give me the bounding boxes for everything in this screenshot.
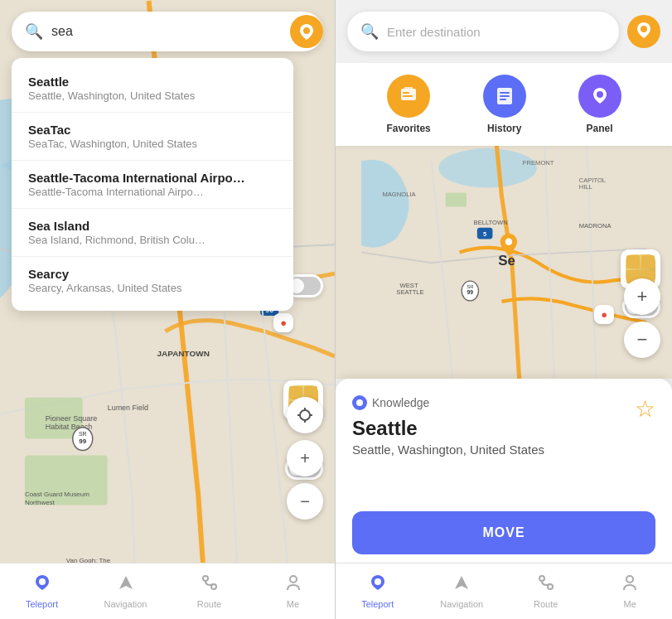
svg-text:Coast Guard Museum: Coast Guard Museum bbox=[25, 491, 89, 498]
quick-action-panel[interactable]: Panel bbox=[578, 75, 621, 134]
svg-point-49 bbox=[641, 26, 647, 32]
suggestion-detail-0: Seattle, Washington, United States bbox=[28, 89, 277, 102]
history-icon bbox=[494, 85, 515, 107]
svg-rect-51 bbox=[403, 92, 409, 94]
quick-action-favorites[interactable]: Favorites bbox=[386, 75, 430, 134]
history-label: History bbox=[487, 123, 521, 134]
nav-teleport-left[interactable]: Teleport bbox=[0, 567, 84, 616]
knowledge-subtitle: Seattle, Washington, United States bbox=[352, 442, 655, 457]
nav-me-right[interactable]: Me bbox=[588, 567, 673, 616]
svg-text:HILL: HILL bbox=[579, 183, 592, 191]
svg-text:99: 99 bbox=[79, 438, 86, 445]
nav-route-right[interactable]: Route bbox=[504, 567, 588, 616]
svg-rect-52 bbox=[403, 95, 413, 97]
logo-icon-right bbox=[635, 21, 653, 43]
move-label: MOVE bbox=[482, 525, 525, 540]
quick-action-history[interactable]: History bbox=[483, 75, 526, 134]
navigation-icon-right bbox=[452, 573, 471, 597]
svg-point-22 bbox=[300, 410, 310, 420]
left-panel: 5 90 Pioneer Square Habitat Beach JAPANT… bbox=[0, 0, 336, 619]
zoom-out-button-left[interactable]: − bbox=[287, 483, 323, 520]
suggestion-detail-2: Seattle-Tacoma International Airpo… bbox=[28, 186, 277, 198]
quick-actions: Favorites History Panel bbox=[336, 63, 672, 146]
svg-text:99: 99 bbox=[467, 289, 474, 295]
route-icon-left bbox=[201, 573, 219, 597]
suggestion-airport[interactable]: Seattle-Tacoma International Airpo… Seat… bbox=[12, 161, 293, 209]
nav-me-label-right: Me bbox=[624, 599, 636, 609]
svg-text:Northwest: Northwest bbox=[25, 499, 56, 506]
suggestion-name-1: SeaTac bbox=[28, 123, 277, 137]
svg-text:JAPANTOWN: JAPANTOWN bbox=[157, 349, 210, 358]
speed-badge-left: ● bbox=[273, 313, 293, 332]
logo-icon-left bbox=[297, 22, 316, 41]
map-controls-right: + − bbox=[624, 278, 660, 358]
search-input-left[interactable]: sea bbox=[51, 24, 288, 39]
teleport-icon-right bbox=[369, 573, 387, 597]
speed-badge-right: ● bbox=[594, 305, 614, 324]
search-icon-right: 🔍 bbox=[360, 22, 379, 41]
knowledge-title: Seattle bbox=[352, 417, 655, 441]
suggestion-name-4: Searcy bbox=[28, 267, 277, 281]
svg-point-58 bbox=[375, 578, 381, 585]
route-icon-right bbox=[537, 573, 555, 597]
svg-text:Lumen Field: Lumen Field bbox=[108, 404, 148, 412]
logo-button-right[interactable] bbox=[627, 15, 660, 48]
nav-teleport-right[interactable]: Teleport bbox=[336, 567, 420, 616]
nav-route-label-left: Route bbox=[197, 599, 221, 609]
knowledge-tag: Knowledge bbox=[352, 395, 655, 410]
knowledge-dot-inner bbox=[356, 399, 363, 406]
knowledge-tag-label: Knowledge bbox=[372, 396, 429, 409]
right-panel: 5 MAGNOLIA FREMONT CAPITOL HILL BELLTOWN… bbox=[336, 0, 672, 619]
svg-point-27 bbox=[39, 578, 46, 585]
svg-text:MADRONA: MADRONA bbox=[579, 222, 612, 230]
svg-point-32 bbox=[438, 148, 537, 187]
zoom-in-icon-left: + bbox=[300, 449, 310, 468]
svg-text:Pioneer Square: Pioneer Square bbox=[46, 414, 97, 423]
nav-navigation-left[interactable]: Navigation bbox=[84, 567, 167, 616]
svg-rect-50 bbox=[401, 89, 416, 100]
suggestions-dropdown: Seattle Seattle, Washington, United Stat… bbox=[12, 58, 293, 311]
svg-point-28 bbox=[203, 576, 208, 581]
svg-text:MAGNOLIA: MAGNOLIA bbox=[382, 191, 416, 198]
zoom-in-button-left[interactable]: + bbox=[287, 440, 323, 476]
svg-text:SEATTLE: SEATTLE bbox=[396, 288, 423, 296]
nav-route-left[interactable]: Route bbox=[167, 567, 251, 616]
svg-rect-55 bbox=[500, 95, 510, 97]
move-button[interactable]: MOVE bbox=[352, 511, 655, 554]
favorites-icon bbox=[398, 85, 419, 107]
svg-point-21 bbox=[303, 27, 310, 34]
bottom-nav-right: Teleport Navigation Route Me bbox=[336, 563, 672, 619]
suggestion-name-0: Seattle bbox=[28, 75, 277, 89]
me-icon-left bbox=[284, 573, 302, 597]
nav-navigation-right[interactable]: Navigation bbox=[420, 567, 505, 616]
suggestion-sea-island[interactable]: Sea Island Sea Island, Richmond, British… bbox=[12, 209, 293, 257]
star-button[interactable]: ☆ bbox=[635, 395, 655, 423]
suggestion-detail-3: Sea Island, Richmond, British Colu… bbox=[28, 234, 277, 246]
svg-rect-56 bbox=[500, 99, 506, 100]
suggestion-detail-1: SeaTac, Washington, United States bbox=[28, 138, 277, 150]
svg-text:FREMONT: FREMONT bbox=[523, 159, 554, 167]
svg-point-45 bbox=[505, 239, 512, 245]
nav-teleport-label-left: Teleport bbox=[26, 599, 58, 609]
search-bar-left[interactable]: 🔍 sea ✕ bbox=[12, 12, 323, 51]
teleport-icon-left bbox=[33, 573, 51, 597]
zoom-in-button-right[interactable]: + bbox=[624, 278, 660, 315]
knowledge-dot bbox=[352, 395, 367, 410]
nav-me-left[interactable]: Me bbox=[251, 567, 335, 616]
locate-button-left[interactable] bbox=[287, 397, 323, 433]
suggestion-seattle[interactable]: Seattle Seattle, Washington, United Stat… bbox=[12, 65, 293, 113]
panel-icon bbox=[589, 85, 611, 107]
search-bar-right[interactable]: 🔍 Enter destination bbox=[347, 12, 619, 51]
svg-point-57 bbox=[597, 91, 603, 98]
panel-icon-circle bbox=[578, 75, 621, 118]
suggestion-name-3: Sea Island bbox=[28, 219, 277, 233]
suggestion-searcy[interactable]: Searcy Searcy, Arkansas, United States bbox=[12, 257, 293, 304]
favorites-label: Favorites bbox=[386, 123, 430, 134]
zoom-out-button-right[interactable]: − bbox=[624, 322, 660, 358]
nav-navigation-label-right: Navigation bbox=[440, 599, 483, 609]
suggestion-seatac[interactable]: SeaTac SeaTac, Washington, United States bbox=[12, 113, 293, 161]
nav-me-label-left: Me bbox=[287, 599, 299, 609]
logo-button-left[interactable] bbox=[290, 15, 323, 48]
knowledge-card: Knowledge Seattle Seattle, Washington, U… bbox=[336, 379, 672, 563]
crosshair-icon bbox=[296, 406, 314, 424]
